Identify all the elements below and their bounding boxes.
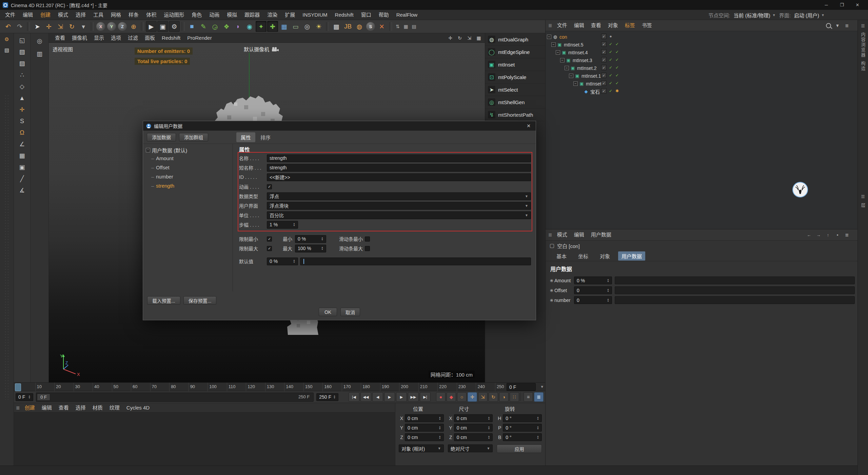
- dock-grip-icon[interactable]: ≣: [858, 23, 868, 29]
- object-name[interactable]: mtInset.5: [564, 42, 584, 48]
- load-preset-button[interactable]: 载入预置...: [147, 296, 180, 305]
- viewport-menu-item[interactable]: 过滤: [124, 33, 141, 43]
- plugin-command[interactable]: ◯ mtEdgeSpline: [485, 46, 545, 58]
- userdata-value-field[interactable]: 0 %: [574, 277, 612, 284]
- points-mode-icon[interactable]: ∴: [16, 69, 28, 81]
- coordinate-mode-select[interactable]: 对象 (相对): [399, 444, 444, 452]
- stepper-icon[interactable]: [486, 426, 490, 430]
- datatype-select[interactable]: 浮点: [267, 192, 531, 200]
- material-menu-item[interactable]: 编辑: [38, 403, 55, 413]
- expand-toggle[interactable]: −: [569, 74, 573, 78]
- turbulencefd-icon[interactable]: JB: [342, 21, 353, 32]
- viewport-menu-item[interactable]: 面板: [141, 33, 158, 43]
- timeline-playhead[interactable]: [15, 383, 21, 391]
- frame-range-slider[interactable]: 0 F 250 F: [36, 393, 314, 402]
- om-search-icon[interactable]: [826, 23, 831, 28]
- render-settings-icon[interactable]: ⚙: [169, 21, 180, 32]
- object-manager-menu-item[interactable]: 书签: [638, 20, 655, 31]
- status-badge[interactable]: ✱: [615, 89, 619, 93]
- interface-select[interactable]: 浮点滑块: [267, 202, 531, 210]
- material-menu-item[interactable]: 查看: [55, 403, 72, 413]
- realflow-icon[interactable]: ◍: [354, 21, 365, 32]
- userdata-slider-track[interactable]: [615, 277, 855, 284]
- material-menu-item[interactable]: 纹理: [106, 403, 123, 413]
- timeline-ruler[interactable]: 0102030405060708090100110120130140150160…: [14, 382, 545, 391]
- measure-icon[interactable]: ∡: [16, 185, 28, 196]
- visibility-badge[interactable]: ●: [608, 34, 613, 39]
- object-row[interactable]: − ▣ mtInset.4 ✓ ✓ ✓: [546, 49, 857, 56]
- autokey-button[interactable]: ○: [457, 392, 467, 402]
- material-menu-item[interactable]: 选择: [72, 403, 89, 413]
- stepper-icon[interactable]: [535, 416, 539, 420]
- stepper-icon[interactable]: [605, 298, 609, 302]
- save-preset-button[interactable]: 保存预置...: [183, 296, 217, 305]
- object-name[interactable]: con: [559, 34, 567, 40]
- goto-end-button[interactable]: ▶|: [420, 392, 431, 402]
- camera-icon[interactable]: ◎: [302, 21, 313, 32]
- slider-max-checkbox[interactable]: [365, 246, 370, 251]
- status-badge[interactable]: ✓: [615, 42, 619, 46]
- toggle-views-icon[interactable]: ▦: [475, 34, 483, 42]
- node-space-select[interactable]: 当前 (标准/物理)▼: [734, 12, 776, 19]
- texture-mode-icon[interactable]: ▨: [16, 58, 28, 69]
- userdata-dot-icon[interactable]: ◉: [549, 288, 554, 292]
- object-row[interactable]: − ▣ mtInset.5 ✓ ✓ ✓: [546, 41, 857, 49]
- quantize-icon[interactable]: ∠: [16, 138, 28, 150]
- plugin-command[interactable]: ↯ mtShortestPath: [485, 109, 545, 121]
- polygons-mode-icon[interactable]: ▲: [16, 92, 28, 104]
- menu-item[interactable]: 角色: [188, 10, 205, 20]
- plugin-command[interactable]: ➤ mtSelect: [485, 83, 545, 96]
- expand-toggle[interactable]: −: [573, 81, 578, 86]
- enable-checkbox[interactable]: ✓: [601, 41, 607, 47]
- vertical-dock-tab[interactable]: 构造: [860, 61, 866, 71]
- material-menu-item[interactable]: 创建: [21, 403, 38, 413]
- visibility-badge[interactable]: ✓: [608, 50, 613, 54]
- userdata-tree-root[interactable]: − 用户数据 (默认): [146, 147, 230, 154]
- dialog-close-icon[interactable]: ✕: [525, 123, 533, 129]
- plugin-command[interactable]: ▣ mtInset: [485, 58, 545, 71]
- stepper-icon[interactable]: [291, 223, 295, 227]
- userdata-slider-track[interactable]: [615, 286, 855, 294]
- userdata-tree-item[interactable]: Offset: [146, 163, 230, 172]
- move-tool-icon[interactable]: ✛: [43, 21, 54, 32]
- viewport-menu-item[interactable]: 摄像机: [68, 33, 91, 43]
- snap-toggle-icon[interactable]: Ω: [16, 127, 28, 138]
- scale-tool-icon[interactable]: ⇲: [55, 21, 66, 32]
- view-label[interactable]: 透视视图: [53, 45, 73, 53]
- dialog-titlebar[interactable]: 编辑用户数据 ✕: [143, 121, 536, 131]
- xp-emitter-icon[interactable]: ✦: [256, 21, 267, 32]
- attribute-manager-menu-item[interactable]: 用户数据: [588, 229, 615, 240]
- enable-checkbox[interactable]: ✓: [601, 57, 607, 62]
- dialog-tab[interactable]: 属性: [236, 132, 255, 142]
- stepper-icon[interactable]: [291, 259, 295, 263]
- add-data-button[interactable]: 添加数据: [147, 133, 176, 141]
- size-y-field[interactable]: 0 cm: [454, 424, 493, 432]
- visibility-badge[interactable]: ✓: [608, 65, 613, 70]
- object-row[interactable]: − ▣ mtInset.1 ✓ ✓ ✓: [546, 72, 857, 80]
- userdata-tree-item[interactable]: strength: [146, 181, 230, 190]
- attribute-tab[interactable]: 坐标: [575, 251, 592, 261]
- frame-start-field[interactable]: 0 F: [16, 393, 33, 401]
- menu-item[interactable]: 编辑: [19, 10, 37, 20]
- object-row[interactable]: − ▣ mtInset.3 ✓ ✓ ✓: [546, 56, 857, 64]
- animation-checkbox[interactable]: [267, 184, 272, 189]
- stepper-icon[interactable]: [535, 426, 539, 430]
- frame-end-field[interactable]: 250 F: [316, 393, 338, 401]
- expand-toggle[interactable]: [578, 89, 582, 94]
- expand-toggle[interactable]: −: [547, 35, 551, 39]
- plugin-command[interactable]: ⊡ mtPolyScale: [485, 71, 545, 83]
- object-name[interactable]: mtInset: [586, 81, 601, 87]
- menu-item[interactable]: 窗口: [357, 10, 375, 20]
- menu-item[interactable]: 网格: [107, 10, 125, 20]
- lock-x-icon[interactable]: X: [96, 22, 105, 31]
- am-menu-icon[interactable]: ≣: [844, 232, 850, 238]
- plugin-command[interactable]: ◍ mtDualGraph: [485, 33, 545, 46]
- viewport-menu-item[interactable]: 查看: [52, 33, 68, 43]
- userdata-slider-track[interactable]: [615, 296, 855, 304]
- default-text-field[interactable]: [300, 258, 531, 265]
- shortname-field[interactable]: strength: [267, 164, 531, 172]
- orbit-view-icon[interactable]: ↻: [456, 34, 464, 42]
- material-menu-item[interactable]: 材质: [89, 403, 106, 413]
- previous-frame-button[interactable]: ◀: [372, 392, 383, 402]
- panel-grip-icon[interactable]: ≣: [16, 405, 20, 411]
